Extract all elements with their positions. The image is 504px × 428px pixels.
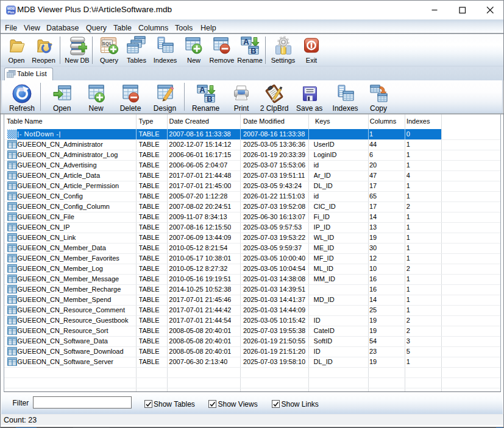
- svg-text:A: A: [199, 85, 205, 94]
- svg-text:B: B: [207, 94, 212, 103]
- svg-text:B: B: [250, 46, 256, 55]
- svg-text:A: A: [243, 37, 249, 46]
- svg-text:Plus: Plus: [8, 10, 15, 14]
